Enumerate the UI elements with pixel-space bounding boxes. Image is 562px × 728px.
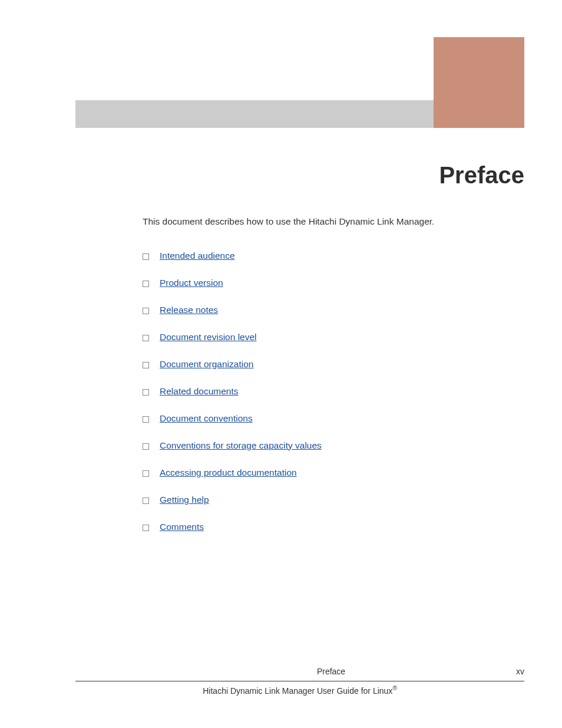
toc-item: Conventions for storage capacity values <box>143 440 524 451</box>
toc-link-document-conventions[interactable]: Document conventions <box>160 413 253 424</box>
content-area: This document describes how to use the H… <box>143 215 524 549</box>
toc-link-related-documents[interactable]: Related documents <box>160 386 239 397</box>
toc-link-accessing-documentation[interactable]: Accessing product documentation <box>160 467 297 478</box>
toc-item: Document conventions <box>143 413 524 424</box>
toc-link-comments[interactable]: Comments <box>160 522 204 532</box>
toc-item: Comments <box>143 522 524 532</box>
toc-item: Related documents <box>143 386 524 397</box>
header-accent-block <box>434 37 524 128</box>
toc-item: Document organization <box>143 359 524 370</box>
toc-link-document-revision-level[interactable]: Document revision level <box>160 332 257 342</box>
toc-link-release-notes[interactable]: Release notes <box>160 305 218 315</box>
toc-link-document-organization[interactable]: Document organization <box>160 359 253 370</box>
intro-paragraph: This document describes how to use the H… <box>143 215 524 228</box>
square-bullet-icon <box>143 498 149 504</box>
square-bullet-icon <box>143 416 149 423</box>
footer-page-number: xv <box>516 667 524 676</box>
page-title: Preface <box>439 162 524 189</box>
toc-list: Intended audience Product version Releas… <box>143 251 524 532</box>
footer-book-title: Hitachi Dynamic Link Manager User Guide … <box>75 685 524 696</box>
square-bullet-icon <box>143 308 149 314</box>
footer-divider <box>75 681 524 681</box>
square-bullet-icon <box>143 525 149 531</box>
square-bullet-icon <box>143 253 149 260</box>
header-grey-bar <box>75 100 434 128</box>
footer-book-prefix: Hitachi Dynamic Link Manager User Guide … <box>203 686 392 696</box>
footer-section-name: Preface <box>146 667 516 676</box>
toc-link-conventions-storage-capacity[interactable]: Conventions for storage capacity values <box>160 440 322 451</box>
toc-item: Document revision level <box>143 332 524 342</box>
footer-top-row: Preface xv <box>75 667 524 677</box>
toc-item: Getting help <box>143 495 524 505</box>
square-bullet-icon <box>143 470 149 477</box>
square-bullet-icon <box>143 281 149 287</box>
toc-link-product-version[interactable]: Product version <box>160 278 223 288</box>
square-bullet-icon <box>143 389 149 396</box>
toc-item: Release notes <box>143 305 524 315</box>
square-bullet-icon <box>143 335 149 341</box>
toc-item: Intended audience <box>143 251 524 261</box>
page-footer: Preface xv Hitachi Dynamic Link Manager … <box>75 667 524 696</box>
toc-item: Accessing product documentation <box>143 467 524 478</box>
square-bullet-icon <box>143 443 149 450</box>
square-bullet-icon <box>143 362 149 368</box>
toc-item: Product version <box>143 278 524 288</box>
toc-link-intended-audience[interactable]: Intended audience <box>160 251 235 261</box>
toc-link-getting-help[interactable]: Getting help <box>160 495 209 505</box>
registered-icon: ® <box>392 685 396 691</box>
